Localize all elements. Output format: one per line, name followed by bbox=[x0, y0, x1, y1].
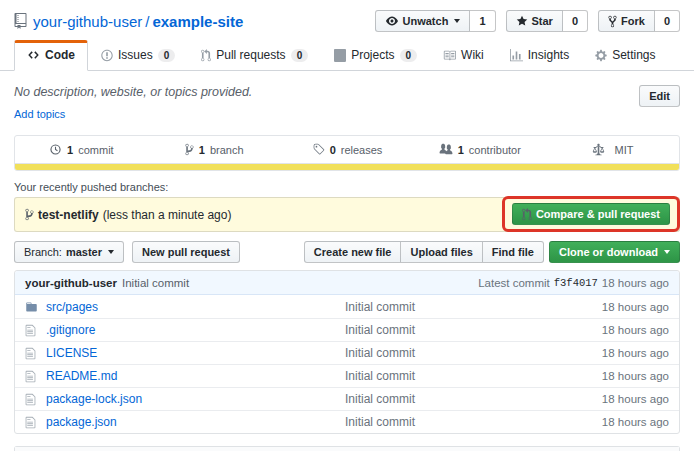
new-pull-request-button[interactable]: New pull request bbox=[132, 241, 240, 263]
star-count[interactable]: 0 bbox=[563, 10, 588, 32]
chevron-down-icon bbox=[664, 250, 670, 254]
file-row: LICENSE Initial commit 18 hours ago bbox=[15, 341, 679, 364]
file-name-link[interactable]: LICENSE bbox=[46, 346, 345, 360]
tab-label: Pull requests bbox=[216, 48, 285, 62]
stat-license[interactable]: MIT bbox=[546, 136, 679, 163]
wiki-icon bbox=[443, 49, 456, 62]
file-row: README.md Initial commit 18 hours ago bbox=[15, 364, 679, 387]
eye-icon bbox=[385, 15, 399, 27]
tab-label: Settings bbox=[612, 48, 655, 62]
compare-pull-request-label: Compare & pull request bbox=[536, 207, 660, 221]
issue-icon bbox=[101, 49, 113, 62]
file-commit-time: 18 hours ago bbox=[602, 393, 669, 405]
tab-count-badge: 0 bbox=[400, 49, 418, 62]
clone-or-download-button[interactable]: Clone or download bbox=[549, 241, 680, 263]
commit-hash-link[interactable]: f3f4017 bbox=[554, 277, 598, 289]
stat-label: releases bbox=[341, 144, 383, 156]
commit-message-link[interactable]: Initial commit bbox=[122, 277, 189, 289]
pushed-branch-link[interactable]: test-netlify bbox=[38, 208, 99, 222]
file-icon bbox=[25, 324, 36, 337]
tab-label: Issues bbox=[118, 48, 153, 62]
tab-issues[interactable]: Issues 0 bbox=[88, 40, 188, 71]
file-commit-message[interactable]: Initial commit bbox=[345, 369, 602, 383]
file-actions-group: Create new file Upload files Find file bbox=[304, 241, 544, 263]
file-commit-message[interactable]: Initial commit bbox=[345, 323, 602, 337]
file-icon bbox=[25, 393, 36, 406]
clone-or-download-label: Clone or download bbox=[559, 245, 658, 259]
latest-commit-prefix: Latest commit bbox=[478, 277, 550, 289]
tab-count-badge: 0 bbox=[291, 49, 309, 62]
tag-icon bbox=[312, 143, 325, 156]
readme-section: README.md bbox=[14, 446, 680, 451]
fork-button[interactable]: Fork bbox=[598, 10, 655, 32]
upload-files-button[interactable]: Upload files bbox=[401, 241, 482, 263]
branch-select-button[interactable]: Branch: master bbox=[14, 241, 124, 263]
folder-icon bbox=[25, 301, 38, 313]
law-icon bbox=[592, 143, 605, 156]
tab-wiki[interactable]: Wiki bbox=[430, 40, 497, 71]
repo-title-separator: / bbox=[142, 13, 152, 30]
star-icon bbox=[516, 15, 528, 27]
file-commit-message[interactable]: Initial commit bbox=[345, 392, 602, 406]
gear-icon bbox=[595, 49, 607, 62]
tab-settings[interactable]: Settings bbox=[582, 40, 668, 71]
file-name-link[interactable]: package-lock.json bbox=[46, 392, 345, 406]
stat-count: 0 bbox=[330, 144, 336, 156]
tab-code[interactable]: Code bbox=[14, 40, 88, 71]
latest-commit-time: 18 hours ago bbox=[602, 277, 669, 289]
commit-author-link[interactable]: your-github-user bbox=[25, 277, 117, 289]
repo-owner-link[interactable]: your-github-user bbox=[33, 13, 142, 30]
file-row: package.json Initial commit 18 hours ago bbox=[15, 410, 679, 433]
stat-label: contributor bbox=[469, 144, 521, 156]
tab-label: Projects bbox=[351, 48, 394, 62]
star-button[interactable]: Star bbox=[506, 10, 563, 32]
pull-request-icon bbox=[201, 49, 211, 62]
file-commit-message[interactable]: Initial commit bbox=[345, 415, 602, 429]
repo-stats: 1 commit 1 branch 0 releases 1 contribut… bbox=[15, 136, 679, 164]
file-commit-message[interactable]: Initial commit bbox=[345, 300, 602, 314]
file-commit-time: 18 hours ago bbox=[602, 324, 669, 336]
fork-label: Fork bbox=[621, 14, 645, 28]
stat-label: commit bbox=[78, 144, 113, 156]
pull-request-icon bbox=[522, 208, 532, 221]
file-commit-time: 18 hours ago bbox=[602, 347, 669, 359]
tab-pull-requests[interactable]: Pull requests 0 bbox=[188, 40, 321, 71]
branch-icon bbox=[25, 208, 34, 221]
file-commit-time: 18 hours ago bbox=[602, 370, 669, 382]
stat-commits[interactable]: 1 commit bbox=[15, 136, 148, 163]
file-name-link[interactable]: package.json bbox=[46, 415, 345, 429]
language-bar[interactable] bbox=[15, 164, 679, 170]
star-label: Star bbox=[532, 14, 553, 28]
file-name-link[interactable]: src/pages bbox=[46, 300, 345, 314]
code-icon bbox=[27, 49, 40, 61]
file-row: src/pages Initial commit 18 hours ago bbox=[15, 295, 679, 318]
file-commit-time: 18 hours ago bbox=[602, 301, 669, 313]
tab-label: Code bbox=[45, 48, 75, 62]
stat-contributors[interactable]: 1 contributor bbox=[413, 136, 546, 163]
tab-projects[interactable]: Projects 0 bbox=[321, 40, 430, 71]
repo-name-link[interactable]: example-site bbox=[152, 13, 243, 30]
compare-pull-request-button[interactable]: Compare & pull request bbox=[512, 203, 670, 225]
stat-releases[interactable]: 0 releases bbox=[281, 136, 414, 163]
add-topics-link[interactable]: Add topics bbox=[14, 108, 65, 120]
fork-count[interactable]: 0 bbox=[655, 10, 680, 32]
file-icon bbox=[25, 347, 36, 360]
file-navigation-toolbar: Branch: master New pull request Create n… bbox=[14, 241, 680, 263]
create-new-file-button[interactable]: Create new file bbox=[304, 241, 402, 263]
file-commit-message[interactable]: Initial commit bbox=[345, 346, 602, 360]
file-name-link[interactable]: README.md bbox=[46, 369, 345, 383]
edit-description-button[interactable]: Edit bbox=[639, 85, 680, 107]
file-browser: your-github-user Initial commit Latest c… bbox=[14, 270, 680, 434]
tab-insights[interactable]: Insights bbox=[497, 40, 582, 71]
find-file-button[interactable]: Find file bbox=[483, 241, 544, 263]
unwatch-label: Unwatch bbox=[403, 14, 449, 28]
watch-count[interactable]: 1 bbox=[470, 10, 495, 32]
stat-branches[interactable]: 1 branch bbox=[148, 136, 281, 163]
file-name-link[interactable]: .gitignore bbox=[46, 323, 345, 337]
unwatch-button[interactable]: Unwatch bbox=[375, 10, 471, 32]
repo-tabs: Code Issues 0 Pull requests 0 Projects 0… bbox=[0, 40, 694, 71]
pushed-branch-time: (less than a minute ago) bbox=[103, 208, 232, 222]
file-icon bbox=[25, 370, 36, 383]
branch-notice: test-netlify (less than a minute ago) Co… bbox=[14, 197, 680, 232]
readme-header: README.md bbox=[15, 447, 679, 451]
